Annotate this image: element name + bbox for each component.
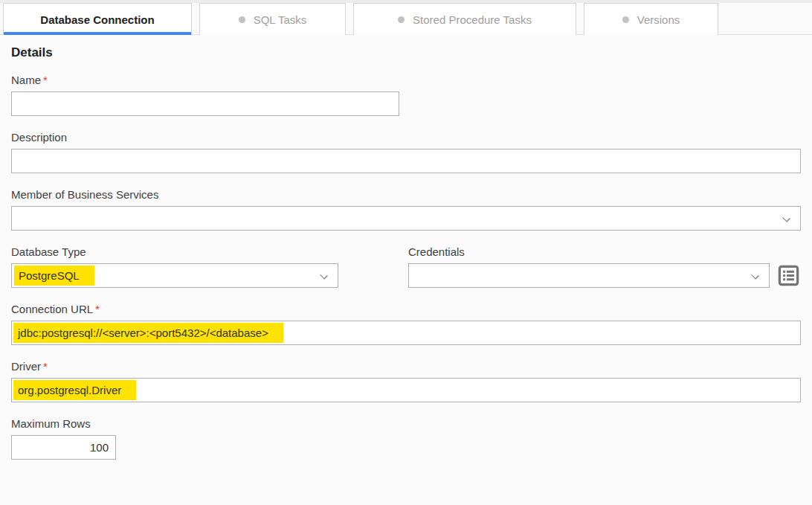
driver-value-highlighted: org.postgresql.Driver: [13, 380, 136, 400]
driver-input[interactable]: org.postgresql.Driver: [11, 378, 801, 402]
description-label: Description: [11, 131, 801, 144]
required-asterisk: *: [95, 303, 100, 315]
maximum-rows-input[interactable]: [11, 435, 116, 460]
tab-sql-tasks[interactable]: SQL Tasks: [199, 3, 346, 35]
tab-label: Versions: [637, 13, 680, 26]
credentials-browse-list-button[interactable]: [776, 263, 801, 288]
name-field-group: Name*: [11, 74, 801, 116]
selected-value-highlighted: PostgreSQL: [14, 266, 94, 286]
required-asterisk: *: [43, 360, 48, 373]
tab-label: Database Connection: [40, 13, 154, 26]
chevron-down-icon: [751, 271, 759, 280]
section-title: Details: [11, 45, 801, 60]
tab-status-dot-icon: [622, 16, 629, 23]
tab-stored-procedure-tasks[interactable]: Stored Procedure Tasks: [353, 3, 576, 35]
member-of-business-services-select[interactable]: [11, 206, 801, 231]
tab-status-dot-icon: [398, 16, 405, 23]
tab-database-connection[interactable]: Database Connection: [3, 3, 192, 35]
list-icon: [776, 263, 801, 288]
driver-field-group: Driver* org.postgresql.Driver: [11, 360, 801, 402]
driver-label: Driver*: [11, 360, 801, 373]
tab-label: Stored Procedure Tasks: [413, 13, 532, 26]
description-input[interactable]: [11, 149, 801, 173]
name-input[interactable]: [11, 91, 399, 116]
tab-versions[interactable]: Versions: [584, 3, 718, 35]
required-asterisk: *: [43, 74, 48, 86]
member-of-business-services-field-group: Member of Business Services: [11, 188, 801, 231]
database-type-select[interactable]: PostgreSQL: [11, 263, 338, 288]
connection-url-field-group: Connection URL* jdbc:postgresql://<serve…: [11, 303, 801, 345]
connection-url-label: Connection URL*: [11, 303, 801, 315]
maximum-rows-field-group: Maximum Rows: [11, 417, 801, 460]
connection-url-input[interactable]: jdbc:postgresql://<server>:<port5432>/<d…: [11, 321, 801, 345]
tab-label: SQL Tasks: [254, 13, 307, 26]
connection-url-value-highlighted: jdbc:postgresql://<server>:<port5432>/<d…: [13, 323, 283, 343]
tab-status-dot-icon: [239, 16, 245, 23]
name-label: Name*: [11, 74, 801, 86]
details-panel: Details Name* Description Member of Busi…: [0, 35, 812, 460]
chevron-down-icon: [320, 271, 328, 280]
type-credentials-row: Database Type PostgreSQL Credentials: [11, 245, 801, 303]
credentials-label: Credentials: [408, 245, 801, 258]
description-field-group: Description: [11, 131, 801, 173]
maximum-rows-label: Maximum Rows: [11, 417, 801, 430]
chevron-down-icon: [782, 214, 790, 222]
credentials-select[interactable]: [408, 263, 770, 288]
database-type-label: Database Type: [11, 245, 338, 258]
tab-bar: Database Connection SQL Tasks Stored Pro…: [0, 0, 812, 35]
database-type-field-group: Database Type PostgreSQL: [11, 245, 338, 288]
member-of-business-services-label: Member of Business Services: [11, 188, 801, 201]
credentials-field-group: Credentials: [408, 245, 801, 288]
